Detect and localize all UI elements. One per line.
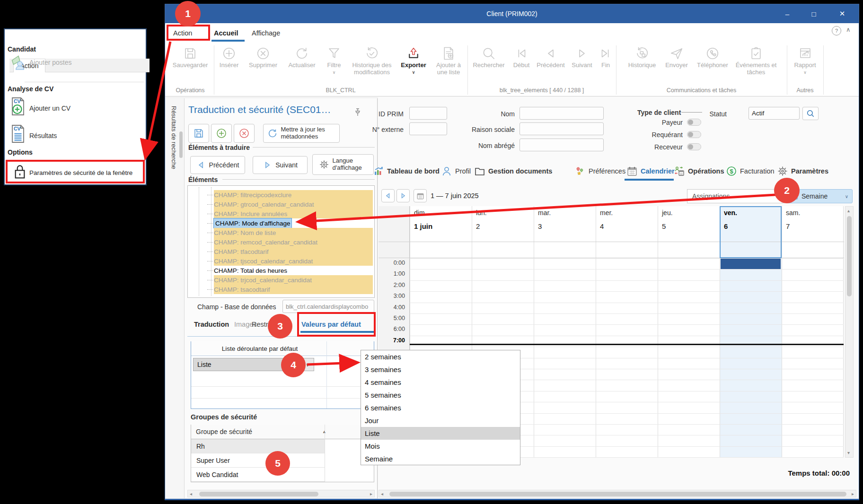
tab-tableau-de-bord[interactable]: Tableau de bord bbox=[373, 165, 440, 177]
scroll-right-icon[interactable]: ▸ bbox=[370, 492, 372, 496]
table-row[interactable]: Rh bbox=[191, 439, 325, 453]
tab-traduction[interactable]: Traduction bbox=[194, 321, 229, 328]
dropdown-option[interactable]: 5 semaines bbox=[361, 389, 520, 401]
panel-hscrollbar[interactable]: ◂ ▸ bbox=[187, 490, 375, 497]
add-to-list-button[interactable]: Ajouter à une liste bbox=[432, 46, 466, 76]
tree-item[interactable]: CHAMP: remcod_calendar_candidat bbox=[214, 237, 373, 247]
collapse-ribbon-icon[interactable]: ∧ bbox=[846, 26, 851, 33]
id-prim-field[interactable] bbox=[409, 107, 447, 120]
dropdown-option[interactable]: 6 semaines bbox=[361, 401, 520, 414]
scrollbar-thumb[interactable] bbox=[389, 492, 846, 496]
prev-element-button[interactable]: Précédent bbox=[190, 156, 245, 174]
close-button[interactable]: ✕ bbox=[829, 4, 855, 23]
filter-button[interactable]: Filtre ∨ bbox=[323, 46, 345, 75]
tab-operations[interactable]: Opérations bbox=[674, 165, 724, 177]
payeur-toggle[interactable] bbox=[687, 119, 701, 126]
ribbon-tab-accueil[interactable]: Accueil bbox=[214, 29, 238, 37]
comm-history-button[interactable]: Historique bbox=[625, 46, 659, 69]
tab-parametres[interactable]: Paramètres bbox=[777, 165, 828, 177]
calendar-today-button[interactable] bbox=[414, 189, 427, 202]
events-tasks-button[interactable]: Événements et tâches bbox=[734, 46, 778, 76]
tree-item[interactable]: CHAMP: Inclure annulées bbox=[214, 209, 373, 218]
delete-button[interactable]: Supprimer bbox=[246, 46, 281, 69]
tree-item[interactable]: CHAMP: Nom de liste bbox=[214, 228, 373, 237]
strip-handle[interactable] bbox=[179, 131, 183, 158]
tree-item[interactable]: CHAMP: filtrecipcodexclure bbox=[214, 190, 373, 200]
help-icon[interactable]: ? bbox=[832, 26, 841, 35]
titlebar[interactable]: Client (PRIM002) bbox=[165, 4, 859, 23]
tree-item[interactable]: CHAMP: trjcod_calendar_candidat bbox=[214, 275, 373, 285]
tree-item[interactable]: CHAMP: tfacodtarif bbox=[214, 247, 373, 256]
day-column-mar[interactable]: mar. 3 bbox=[534, 206, 596, 458]
tree-item[interactable]: CHAMP: Total des heures bbox=[214, 266, 373, 275]
export-button[interactable]: Exporter ∨ bbox=[399, 46, 428, 75]
tab-facturation[interactable]: $ Facturation bbox=[726, 165, 775, 177]
calendar-vscrollbar[interactable]: ▴ ▾ bbox=[845, 206, 854, 458]
n-externe-field[interactable] bbox=[409, 122, 447, 135]
last-record-button[interactable]: Fin bbox=[597, 46, 614, 69]
scrollbar-thumb[interactable] bbox=[199, 492, 318, 496]
nom-abrege-field[interactable] bbox=[520, 139, 604, 151]
selected-time-slot[interactable] bbox=[721, 259, 781, 269]
scroll-left-icon[interactable]: ◂ bbox=[190, 492, 192, 496]
display-language-button[interactable]: Langue d'affichage bbox=[312, 154, 374, 175]
dropdown-option[interactable]: Semaine bbox=[361, 452, 520, 465]
tab-preferences[interactable]: Préférences bbox=[574, 165, 625, 177]
tree-item[interactable]: CHAMP: tjscod_calendar_candidat bbox=[214, 256, 373, 266]
send-button[interactable]: Envoyer bbox=[662, 46, 691, 69]
calendar-prev-button[interactable] bbox=[381, 189, 395, 202]
phone-button[interactable]: Téléphoner bbox=[694, 46, 731, 69]
field-db-value[interactable]: blk_ctrl.calendardisplaycombo bbox=[282, 300, 374, 313]
statut-search-button[interactable] bbox=[802, 107, 819, 120]
calendar-next-button[interactable] bbox=[396, 189, 410, 202]
table-row[interactable]: Super User bbox=[191, 453, 325, 468]
security-groups-header[interactable]: Groupe de sécurité ▲ bbox=[191, 425, 374, 439]
tab-profil[interactable]: Profil bbox=[441, 165, 471, 177]
search-button[interactable]: Rechercher bbox=[469, 46, 508, 69]
receveur-toggle[interactable] bbox=[687, 143, 701, 150]
dropdown-option[interactable]: 2 semaines bbox=[361, 350, 520, 363]
nom-field[interactable] bbox=[520, 107, 604, 120]
scrollbar-thumb[interactable] bbox=[847, 216, 852, 296]
panel-save-button[interactable] bbox=[188, 124, 209, 143]
tab-calendrier-selected[interactable]: Calendrier bbox=[626, 165, 675, 177]
next-record-button[interactable]: Suivant bbox=[569, 46, 595, 69]
dropdown-option-selected[interactable]: Liste bbox=[361, 427, 520, 440]
dropdown-option[interactable]: 3 semaines bbox=[361, 363, 520, 376]
scroll-left-icon[interactable]: ◂ bbox=[381, 492, 383, 496]
tree-item-selected[interactable]: CHAMP: Mode d'affichage bbox=[214, 218, 291, 228]
calendar-hscrollbar[interactable]: ◂ ▸ bbox=[379, 490, 856, 497]
scroll-right-icon[interactable]: ▸ bbox=[852, 492, 854, 496]
panel-add-button[interactable] bbox=[211, 124, 232, 143]
ribbon-tab-affichage[interactable]: Affichage bbox=[252, 29, 280, 37]
day-column-sam[interactable]: sam. 7 bbox=[782, 206, 844, 458]
update-metadata-button[interactable]: Mettre à jour les métadonnées bbox=[263, 124, 340, 143]
statut-field[interactable]: Actif bbox=[749, 107, 800, 120]
scroll-down-icon[interactable]: ▾ bbox=[847, 451, 850, 455]
menu-item-resultats[interactable]: Résultats bbox=[29, 132, 57, 139]
assignations-field[interactable]: Assignations bbox=[687, 189, 784, 203]
report-button[interactable]: Rapport ∨ bbox=[790, 46, 820, 75]
insert-button[interactable]: Insérer bbox=[216, 46, 242, 69]
default-table-header[interactable]: Liste déroulante par défaut bbox=[191, 341, 374, 356]
tree-item[interactable]: CHAMP: gtrcod_calendar_candidat bbox=[214, 200, 373, 209]
menu-item-ajouter-cv[interactable]: Ajouter un CV bbox=[29, 104, 70, 112]
raison-sociale-field[interactable] bbox=[520, 122, 604, 135]
refresh-button[interactable]: Actualiser bbox=[284, 46, 320, 69]
previous-record-button[interactable]: Précédent bbox=[535, 46, 567, 69]
first-record-button[interactable]: Début bbox=[511, 46, 532, 69]
scroll-up-icon[interactable]: ▴ bbox=[847, 209, 850, 213]
day-column-mer[interactable]: mer. 4 bbox=[596, 206, 658, 458]
dropdown-option[interactable]: Mois bbox=[361, 440, 520, 452]
save-button[interactable]: Sauvegarder bbox=[168, 46, 212, 69]
next-element-button[interactable]: Suivant bbox=[253, 156, 308, 174]
day-column-jeu[interactable]: jeu. 5 bbox=[658, 206, 720, 458]
menu-item-ajouter-postes[interactable]: Ajouter postes bbox=[29, 59, 72, 66]
requerant-toggle[interactable] bbox=[687, 131, 701, 138]
table-row[interactable]: Web Candidat bbox=[191, 468, 325, 482]
dropdown-option[interactable]: Jour bbox=[361, 414, 520, 427]
tree-item[interactable]: CHAMP: tsacodtarif bbox=[214, 285, 373, 294]
minimize-button[interactable]: – bbox=[776, 4, 799, 23]
tab-gestion-documents[interactable]: Gestion documents bbox=[474, 165, 552, 177]
maximize-button[interactable]: □ bbox=[802, 4, 825, 23]
